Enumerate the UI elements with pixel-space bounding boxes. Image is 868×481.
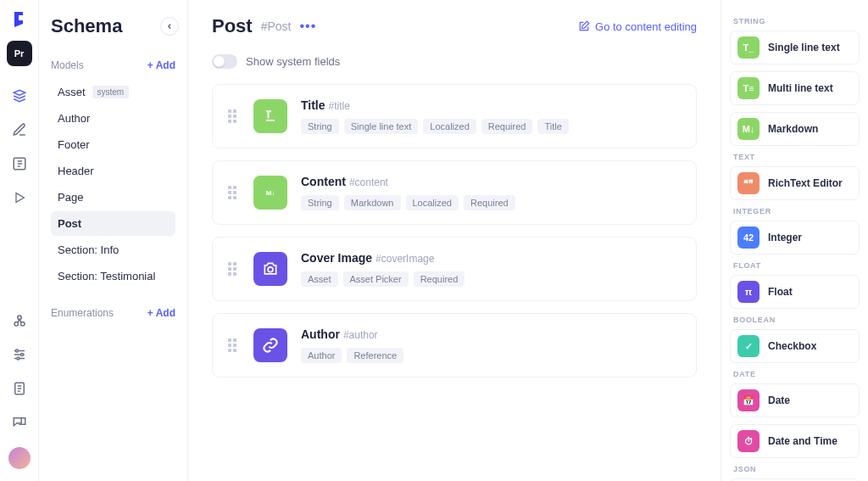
field-tag: Markdown <box>344 195 401 210</box>
field-tag: Required <box>414 271 465 287</box>
palette-item[interactable]: ❝❞RichText Editor <box>730 166 860 200</box>
field-tag: Reference <box>347 348 403 363</box>
sidebar-model-item[interactable]: Page <box>51 185 175 210</box>
palette-item-icon: π <box>737 281 760 303</box>
goto-content-link[interactable]: Go to content editing <box>578 20 697 33</box>
svg-marker-1 <box>16 193 24 203</box>
svg-point-16 <box>268 267 273 272</box>
field-name: Title <box>301 98 326 112</box>
sidebar-model-item[interactable]: Section: Info <box>51 238 175 262</box>
field-name: Author <box>301 327 340 341</box>
palette-item-icon: 📅 <box>737 389 760 411</box>
add-enum-button[interactable]: + Add <box>147 307 175 319</box>
palette-group-label: DATE <box>733 370 856 378</box>
field-tag: Asset Picker <box>343 271 409 287</box>
system-fields-toggle[interactable] <box>212 54 237 69</box>
palette-group-label: TEXT <box>733 153 856 161</box>
sidebar-model-item[interactable]: Author <box>51 106 175 131</box>
palette-group-label: JSON <box>733 465 856 473</box>
drag-handle-icon[interactable] <box>228 109 240 123</box>
nav-schema-icon[interactable] <box>10 87 29 105</box>
field-tag: String <box>301 195 339 210</box>
palette-item-icon: T_ <box>737 36 760 59</box>
nav-webhooks-icon[interactable] <box>10 311 29 330</box>
project-badge[interactable]: Pr <box>7 41 32 66</box>
enumerations-label: Enumerations <box>51 307 114 319</box>
avatar[interactable] <box>8 447 31 469</box>
add-model-button[interactable]: + Add <box>147 59 175 71</box>
field-card[interactable]: Title#titleStringSingle line textLocaliz… <box>212 84 697 148</box>
palette-item-label: Multi line text <box>768 82 833 94</box>
palette-item[interactable]: πFloat <box>730 275 860 309</box>
collapse-sidebar-button[interactable] <box>160 17 179 36</box>
palette-item-label: Integer <box>768 232 802 243</box>
palette-item-label: Date and Time <box>768 435 837 447</box>
field-tag: Author <box>301 348 342 363</box>
palette-item-label: Float <box>768 286 793 298</box>
nav-rail: Pr <box>0 0 39 481</box>
svg-point-8 <box>15 350 18 352</box>
palette-item[interactable]: 📅Date <box>730 383 860 417</box>
field-card[interactable]: M↓Content#contentStringMarkdownLocalized… <box>212 160 697 225</box>
field-card[interactable]: Cover Image#coverImageAssetAsset PickerR… <box>212 237 697 301</box>
nav-edit-icon[interactable] <box>10 120 29 139</box>
field-tag: Required <box>481 119 533 134</box>
show-system-fields-row: Show system fields <box>212 54 697 69</box>
palette-item-icon: ❝❞ <box>737 172 760 194</box>
field-palette: STRINGT_Single line textT≡Multi line tex… <box>721 0 868 481</box>
field-type-icon <box>253 99 287 133</box>
more-button[interactable]: ••• <box>300 19 317 34</box>
models-label: Models <box>51 59 84 71</box>
drag-handle-icon[interactable] <box>228 338 240 352</box>
palette-item-icon: ⏱ <box>737 430 760 452</box>
field-name: Cover Image <box>301 251 372 265</box>
palette-item[interactable]: 42Integer <box>730 221 860 254</box>
palette-item-icon: ✓ <box>737 335 760 357</box>
sidebar-model-item[interactable]: Footer <box>51 132 175 157</box>
nav-settings-icon[interactable] <box>10 345 29 364</box>
model-title: Post <box>212 15 253 37</box>
drag-handle-icon[interactable] <box>228 186 240 199</box>
palette-item-icon: M↓ <box>737 118 760 140</box>
field-type-icon <box>253 252 287 286</box>
logo <box>11 10 28 27</box>
palette-item[interactable]: M↓Markdown <box>730 112 860 146</box>
palette-item-label: Single line text <box>768 42 840 53</box>
palette-item[interactable]: ⏱Date and Time <box>730 424 860 458</box>
field-card[interactable]: Author#authorAuthorReference <box>212 313 697 378</box>
palette-group-label: STRING <box>733 17 856 25</box>
palette-item[interactable]: T≡Multi line text <box>730 71 860 105</box>
field-tag: String <box>301 119 339 134</box>
svg-point-10 <box>17 357 19 360</box>
field-tag: Title <box>537 119 568 134</box>
field-type-icon: M↓ <box>253 176 287 210</box>
svg-text:M↓: M↓ <box>266 189 275 197</box>
palette-group-label: INTEGER <box>733 207 856 215</box>
field-type-icon <box>253 328 287 362</box>
system-fields-label: Show system fields <box>246 55 340 68</box>
field-tag: Localized <box>423 119 476 134</box>
sidebar-title: Schema <box>51 15 175 37</box>
nav-docs-icon[interactable] <box>10 379 29 398</box>
drag-handle-icon[interactable] <box>228 262 240 276</box>
sidebar-model-item[interactable]: Post <box>51 211 175 236</box>
palette-group-label: BOOLEAN <box>733 316 856 324</box>
sidebar-model-item[interactable]: Section: Testimonial <box>51 264 175 288</box>
palette-item-icon: T≡ <box>737 77 760 99</box>
field-tag: Localized <box>406 195 459 210</box>
palette-item[interactable]: T_Single line text <box>730 31 860 64</box>
field-handle: #title <box>329 100 350 112</box>
system-badge: system <box>92 86 130 98</box>
sidebar: Schema Models + Add AssetsystemAuthorFoo… <box>39 0 188 481</box>
field-handle: #content <box>349 176 388 188</box>
nav-play-icon[interactable] <box>10 188 29 207</box>
model-handle: #Post <box>261 20 292 33</box>
palette-item-label: Markdown <box>768 123 818 135</box>
nav-compose-icon[interactable] <box>10 154 29 173</box>
sidebar-model-item[interactable]: Header <box>51 159 175 183</box>
svg-point-9 <box>20 354 23 356</box>
sidebar-model-item[interactable]: Assetsystem <box>51 80 175 104</box>
nav-feedback-icon[interactable] <box>10 413 29 432</box>
palette-item[interactable]: ✓Checkbox <box>730 329 860 363</box>
field-handle: #author <box>343 329 378 341</box>
